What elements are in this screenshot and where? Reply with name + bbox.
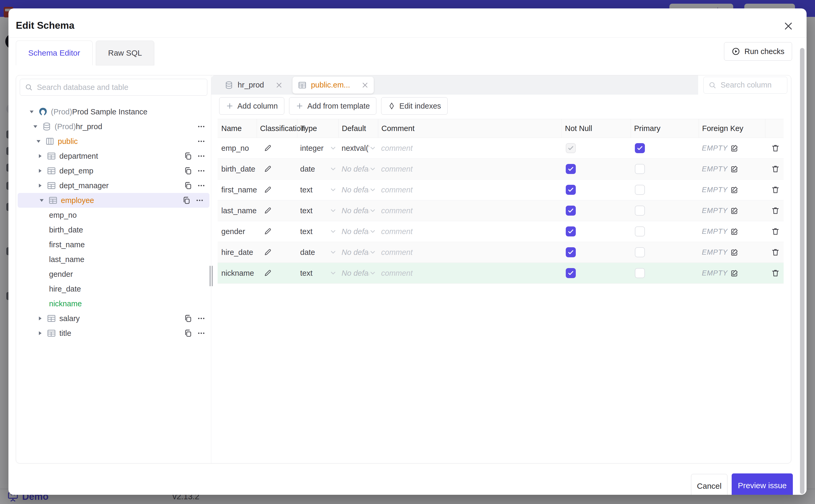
- tree-item-table[interactable]: dept_manager: [16, 178, 211, 193]
- edit-foreign-key-icon[interactable]: [730, 206, 739, 215]
- default-select[interactable]: nextval('employ: [338, 138, 378, 158]
- delete-column-icon[interactable]: [771, 206, 780, 215]
- column-name[interactable]: nickname: [218, 263, 257, 283]
- primary-checkbox[interactable]: [635, 164, 645, 174]
- more-menu-icon[interactable]: [197, 329, 206, 338]
- edit-indexes-button[interactable]: Edit indexes: [381, 97, 448, 115]
- not-null-checkbox[interactable]: [566, 268, 576, 278]
- type-select[interactable]: text: [297, 180, 338, 200]
- tab-schema-editor[interactable]: Schema Editor: [16, 41, 93, 65]
- column-name[interactable]: gender: [218, 221, 257, 242]
- comment-input[interactable]: comment: [378, 263, 562, 283]
- tree-item-schema[interactable]: public: [16, 134, 211, 149]
- caret-down-icon[interactable]: [29, 109, 35, 115]
- tree-item-database[interactable]: (Prod) hr_prod: [16, 119, 211, 134]
- default-select[interactable]: No default: [338, 221, 378, 242]
- comment-input[interactable]: comment: [378, 200, 562, 221]
- copy-icon[interactable]: [183, 152, 192, 161]
- edit-foreign-key-icon[interactable]: [730, 144, 739, 152]
- column-search-input[interactable]: [720, 80, 782, 90]
- classification-edit-icon[interactable]: [263, 248, 272, 256]
- primary-checkbox[interactable]: [635, 206, 645, 216]
- copy-icon[interactable]: [182, 196, 191, 205]
- tree-item-column[interactable]: emp_no: [16, 208, 211, 222]
- tree-item-table[interactable]: salary: [16, 311, 211, 326]
- copy-icon[interactable]: [183, 329, 192, 338]
- classification-edit-icon[interactable]: [263, 186, 272, 194]
- delete-column-icon[interactable]: [771, 269, 780, 278]
- type-select[interactable]: date: [297, 242, 338, 263]
- more-menu-icon[interactable]: [197, 314, 206, 323]
- default-select[interactable]: No default: [338, 242, 378, 263]
- delete-column-icon[interactable]: [771, 185, 780, 194]
- not-null-checkbox[interactable]: [566, 185, 576, 195]
- comment-input[interactable]: comment: [378, 138, 562, 158]
- type-select[interactable]: text: [297, 263, 338, 283]
- tree-item-column[interactable]: hire_date: [16, 282, 211, 296]
- edit-foreign-key-icon[interactable]: [730, 186, 739, 194]
- tab-raw-sql[interactable]: Raw SQL: [96, 41, 154, 65]
- copy-icon[interactable]: [183, 166, 192, 175]
- classification-edit-icon[interactable]: [263, 165, 272, 173]
- delete-column-icon[interactable]: [771, 248, 780, 257]
- classification-edit-icon[interactable]: [263, 206, 272, 215]
- type-select[interactable]: text: [297, 221, 338, 242]
- default-select[interactable]: No default: [338, 200, 378, 221]
- default-select[interactable]: No default: [338, 263, 378, 283]
- not-null-checkbox[interactable]: [566, 226, 576, 236]
- delete-column-icon[interactable]: [771, 227, 780, 236]
- caret-right-icon[interactable]: [37, 153, 43, 159]
- tree-item-instance[interactable]: (Prod) Prod Sample Instance: [16, 104, 211, 119]
- primary-checkbox[interactable]: [635, 247, 645, 257]
- tree-item-table[interactable]: title: [16, 326, 211, 341]
- comment-input[interactable]: comment: [378, 221, 562, 242]
- copy-icon[interactable]: [183, 181, 192, 190]
- caret-right-icon[interactable]: [37, 330, 43, 336]
- edit-foreign-key-icon[interactable]: [730, 248, 739, 256]
- tab-chip-table[interactable]: public.em...: [292, 77, 374, 94]
- tree-item-table[interactable]: department: [16, 149, 211, 163]
- close-icon[interactable]: [276, 82, 282, 89]
- classification-edit-icon[interactable]: [263, 269, 272, 277]
- type-select[interactable]: date: [297, 159, 338, 179]
- database-search[interactable]: [20, 79, 207, 96]
- edit-foreign-key-icon[interactable]: [730, 165, 739, 173]
- modal-scrollbar-thumb[interactable]: [800, 48, 804, 494]
- edit-foreign-key-icon[interactable]: [730, 227, 739, 236]
- primary-checkbox[interactable]: [635, 268, 645, 278]
- not-null-checkbox[interactable]: [566, 143, 576, 153]
- tree-item-column[interactable]: birth_date: [16, 222, 211, 237]
- more-menu-icon[interactable]: [197, 181, 206, 190]
- not-null-checkbox[interactable]: [566, 206, 576, 216]
- close-icon[interactable]: [361, 82, 368, 89]
- column-name[interactable]: last_name: [218, 200, 257, 221]
- default-select[interactable]: No default: [338, 159, 378, 179]
- more-menu-icon[interactable]: [197, 137, 206, 146]
- comment-input[interactable]: comment: [378, 180, 562, 200]
- more-menu-icon[interactable]: [197, 122, 206, 131]
- tree-item-table[interactable]: dept_emp: [16, 163, 211, 178]
- more-menu-icon[interactable]: [195, 196, 204, 205]
- delete-column-icon[interactable]: [771, 144, 780, 153]
- type-select[interactable]: integer: [297, 138, 338, 158]
- caret-down-icon[interactable]: [32, 124, 38, 129]
- comment-input[interactable]: comment: [378, 242, 562, 263]
- caret-right-icon[interactable]: [37, 316, 43, 321]
- close-icon[interactable]: [783, 21, 793, 31]
- tree-item-column[interactable]: first_name: [16, 237, 211, 252]
- tab-chip-database[interactable]: hr_prod: [219, 77, 288, 94]
- add-from-template-button[interactable]: Add from template: [289, 97, 376, 115]
- column-name[interactable]: first_name: [218, 180, 257, 200]
- copy-icon[interactable]: [183, 314, 192, 323]
- tree-item-table-employee[interactable]: employee: [18, 193, 209, 208]
- preview-issue-button[interactable]: Preview issue: [732, 473, 793, 495]
- caret-right-icon[interactable]: [37, 183, 43, 188]
- edit-foreign-key-icon[interactable]: [730, 269, 739, 277]
- more-menu-icon[interactable]: [197, 166, 206, 175]
- column-name[interactable]: hire_date: [218, 242, 257, 263]
- not-null-checkbox[interactable]: [566, 164, 576, 174]
- tree-item-column[interactable]: last_name: [16, 252, 211, 267]
- type-select[interactable]: text: [297, 200, 338, 221]
- column-name[interactable]: birth_date: [218, 159, 257, 179]
- caret-down-icon[interactable]: [39, 197, 45, 203]
